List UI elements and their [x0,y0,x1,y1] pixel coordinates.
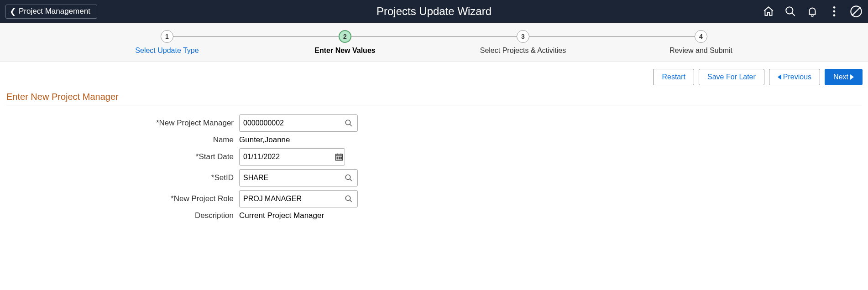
svg-point-3 [833,10,836,13]
new-pm-lookup [239,114,358,132]
wizard-step-4: 4 Review and Submit [612,30,790,55]
save-for-later-button[interactable]: Save For Later [699,69,764,85]
step-number: 4 [695,30,707,43]
bell-icon[interactable] [806,5,819,18]
svg-rect-17 [339,158,340,159]
chevron-left-icon: ❮ [10,7,16,16]
row-new-project-manager: *New Project Manager [6,114,358,132]
section-title: Enter New Project Manager [0,88,868,105]
lookup-icon[interactable] [344,173,354,183]
new-role-lookup [239,190,358,207]
label-description: Description [6,211,239,220]
previous-button[interactable]: Previous [769,69,820,85]
row-description: Description Current Project Manager [6,211,358,220]
step-number: 2 [339,30,351,43]
search-icon[interactable] [784,5,797,18]
page-title: Projects Update Wizard [376,5,492,18]
start-date-field [239,148,345,166]
label-start-date: *Start Date [6,148,239,166]
step-label: Select Update Type [78,47,256,55]
restart-button[interactable]: Restart [653,69,694,85]
lookup-icon[interactable] [344,118,354,128]
step-number: 1 [161,30,173,43]
calendar-icon[interactable] [335,152,344,162]
label-new-pm: *New Project Manager [6,114,239,132]
svg-point-2 [833,6,836,9]
wizard-step-2: 2 Enter New Values [256,30,434,55]
next-button[interactable]: Next [825,69,863,85]
triangle-left-icon [778,74,781,80]
step-label: Select Projects & Activities [434,47,612,55]
wizard-steps: 1 Select Update Type 2 Enter New Values … [0,23,868,62]
svg-rect-18 [340,158,342,159]
svg-rect-13 [337,157,338,158]
svg-line-20 [350,179,352,181]
triangle-right-icon [850,74,854,80]
label-name: Name [6,135,239,145]
new-pm-input[interactable] [243,119,344,127]
svg-point-21 [345,196,350,201]
svg-line-22 [350,200,352,202]
divider [6,105,862,105]
row-start-date: *Start Date [6,148,358,166]
svg-point-0 [786,7,793,14]
setid-input[interactable] [243,174,344,182]
header-actions [762,5,863,18]
svg-point-7 [345,120,350,125]
step-label: Enter New Values [256,47,434,55]
svg-line-6 [852,7,861,16]
row-setid: *SetID [6,169,358,186]
step-label: Review and Submit [612,47,790,55]
step-number: 3 [517,30,529,43]
description-value: Current Project Manager [239,211,324,220]
svg-rect-16 [337,158,338,159]
compass-icon[interactable] [850,5,863,18]
setid-lookup [239,169,358,186]
more-icon[interactable] [828,5,841,18]
app-header: ❮ Project Management Projects Update Wiz… [0,0,868,23]
wizard-step-1[interactable]: 1 Select Update Type [78,30,256,55]
lookup-icon[interactable] [344,194,354,204]
start-date-input[interactable] [243,153,335,161]
svg-point-4 [833,14,836,16]
row-name: Name Gunter,Joanne [6,135,358,145]
back-label: Project Management [19,7,90,16]
svg-line-1 [792,13,795,16]
row-new-project-role: *New Project Role [6,190,358,207]
wizard-step-3: 3 Select Projects & Activities [434,30,612,55]
svg-rect-14 [339,157,340,158]
svg-line-8 [350,124,352,126]
label-new-role: *New Project Role [6,190,239,207]
form: *New Project Manager Name Gunter,Joanne … [6,111,358,224]
new-role-input[interactable] [243,195,344,203]
svg-point-19 [345,175,350,180]
svg-rect-15 [340,157,342,158]
action-bar: Restart Save For Later Previous Next [0,62,868,88]
home-icon[interactable] [762,5,775,18]
name-value: Gunter,Joanne [239,135,290,144]
back-button[interactable]: ❮ Project Management [5,5,97,19]
label-setid: *SetID [6,169,239,186]
